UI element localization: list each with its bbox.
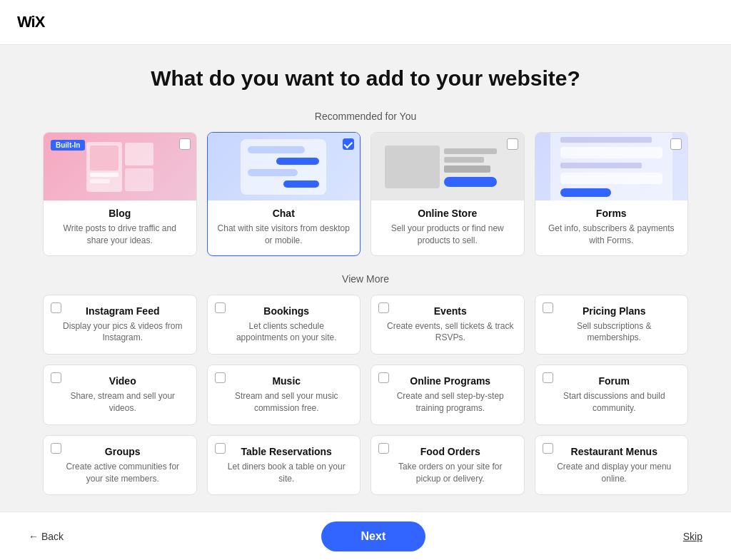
card-store-body: Online Store Sell your products or find …	[371, 200, 524, 255]
recommended-cards-grid: Built-In Blog Write posts to drive traff…	[43, 132, 688, 256]
card-food-orders[interactable]: Food Orders Take orders on your site for…	[370, 435, 525, 496]
page-title: What do you want to add to your website?	[43, 66, 688, 91]
pricing-plans-desc: Sell subscriptions & memberships.	[551, 320, 678, 345]
card-store-image	[371, 133, 524, 200]
card-online-store[interactable]: Online Store Sell your products or find …	[370, 132, 525, 256]
card-bookings[interactable]: Bookings Let clients schedule appointmen…	[207, 295, 361, 355]
music-desc: Stream and sell your music commission fr…	[223, 390, 351, 414]
music-checkbox[interactable]	[215, 372, 226, 383]
recommended-label: Recommended for You	[43, 111, 688, 122]
events-desc: Create events, sell tickets & track RSVP…	[387, 320, 514, 345]
card-groups[interactable]: Groups Create active communities for you…	[43, 435, 197, 496]
forum-checkbox[interactable]	[543, 372, 553, 383]
card-forms-image	[535, 133, 688, 200]
back-button[interactable]: ← Back	[29, 531, 64, 542]
table-reservations-checkbox[interactable]	[215, 443, 226, 454]
instagram-feed-desc: Display your pics & videos from Instagra…	[59, 320, 186, 345]
pricing-plans-title: Pricing Plans	[551, 305, 678, 317]
card-restaurant-menus[interactable]: Restaurant Menus Create and display your…	[535, 435, 689, 496]
restaurant-menus-desc: Create and display your menu online.	[551, 461, 678, 485]
card-blog-body: Blog Write posts to drive traffic and sh…	[44, 200, 196, 255]
card-instagram-feed[interactable]: Instagram Feed Display your pics & video…	[43, 295, 197, 355]
card-store-title: Online Store	[380, 208, 515, 219]
restaurant-menus-checkbox[interactable]	[543, 443, 553, 454]
events-title: Events	[387, 305, 514, 317]
card-events[interactable]: Events Create events, sell tickets & tra…	[370, 295, 525, 355]
wix-logo: WiX	[17, 13, 714, 31]
bookings-checkbox[interactable]	[215, 302, 226, 313]
groups-title: Groups	[59, 446, 186, 457]
card-blog[interactable]: Built-In Blog Write posts to drive traff…	[43, 132, 197, 256]
card-forms-body: Forms Get info, subscribers & payments w…	[535, 200, 688, 255]
groups-checkbox[interactable]	[51, 443, 61, 454]
card-online-programs[interactable]: Online Programs Create and sell step-by-…	[370, 365, 525, 425]
online-programs-checkbox[interactable]	[378, 372, 389, 383]
food-orders-checkbox[interactable]	[378, 443, 389, 454]
card-chat-image	[208, 133, 361, 200]
online-programs-title: Online Programs	[387, 375, 514, 387]
video-desc: Share, stream and sell your videos.	[59, 390, 186, 414]
food-orders-title: Food Orders	[387, 446, 514, 457]
view-more-label: View More	[43, 273, 688, 285]
card-pricing-plans[interactable]: Pricing Plans Sell subscriptions & membe…	[535, 295, 689, 355]
forum-title: Forum	[551, 375, 678, 387]
blog-checkbox[interactable]	[179, 138, 191, 150]
card-music[interactable]: Music Stream and sell your music commiss…	[207, 365, 361, 425]
card-forms-desc: Get info, subscribers & payments with Fo…	[544, 223, 680, 247]
card-forms-title: Forms	[544, 208, 680, 219]
video-title: Video	[59, 375, 186, 387]
food-orders-desc: Take orders on your site for pickup or d…	[387, 461, 514, 485]
pricing-plans-checkbox[interactable]	[543, 302, 553, 313]
groups-desc: Create active communities for your site …	[59, 461, 186, 485]
restaurant-menus-title: Restaurant Menus	[551, 446, 678, 457]
card-blog-desc: Write posts to drive traffic and share y…	[52, 223, 188, 247]
view-more-grid: Instagram Feed Display your pics & video…	[43, 295, 688, 496]
next-button[interactable]: Next	[321, 521, 426, 551]
card-chat-title: Chat	[216, 208, 352, 219]
instagram-feed-checkbox[interactable]	[51, 302, 61, 313]
music-title: Music	[223, 375, 351, 387]
events-checkbox[interactable]	[378, 302, 389, 313]
footer: ← Back Next Skip	[0, 511, 731, 560]
skip-button[interactable]: Skip	[683, 531, 702, 542]
built-in-badge: Built-In	[51, 140, 85, 151]
store-checkbox[interactable]	[507, 138, 518, 150]
video-checkbox[interactable]	[51, 372, 61, 383]
card-chat[interactable]: Chat Chat with site visitors from deskto…	[207, 132, 361, 256]
card-table-reservations[interactable]: Table Reservations Let diners book a tab…	[207, 435, 361, 496]
card-forum[interactable]: Forum Start discussions and build commun…	[535, 365, 689, 425]
online-programs-desc: Create and sell step-by-step training pr…	[387, 390, 514, 414]
forum-desc: Start discussions and build community.	[551, 390, 678, 414]
chat-checkbox[interactable]	[343, 138, 354, 150]
instagram-feed-title: Instagram Feed	[59, 305, 186, 317]
card-blog-title: Blog	[52, 208, 188, 219]
card-chat-desc: Chat with site visitors from desktop or …	[216, 223, 352, 247]
header: WiX	[0, 0, 731, 45]
forms-checkbox[interactable]	[670, 138, 682, 150]
bookings-desc: Let clients schedule appointments on you…	[223, 320, 351, 345]
table-reservations-desc: Let diners book a table on your site.	[223, 461, 351, 485]
main-content: What do you want to add to your website?…	[0, 45, 731, 552]
card-video[interactable]: Video Share, stream and sell your videos…	[43, 365, 197, 425]
view-more-section: View More Instagram Feed Display your pi…	[43, 273, 688, 496]
bookings-title: Bookings	[223, 305, 351, 317]
table-reservations-title: Table Reservations	[223, 446, 351, 457]
card-chat-body: Chat Chat with site visitors from deskto…	[208, 200, 361, 255]
card-forms[interactable]: Forms Get info, subscribers & payments w…	[535, 132, 689, 256]
card-store-desc: Sell your products or find new products …	[380, 223, 515, 247]
